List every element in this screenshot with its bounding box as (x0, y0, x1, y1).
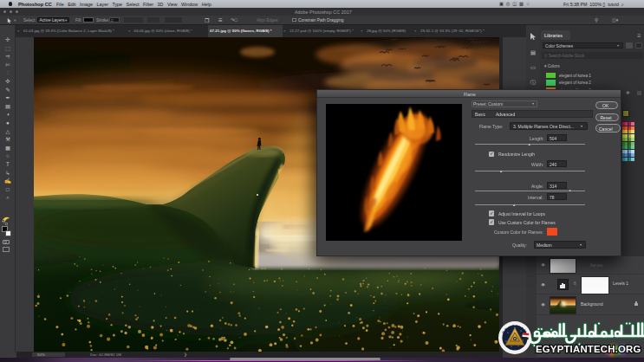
svg-text:EGYPTIANTECH.ORG: EGYPTIANTECH.ORG (536, 344, 641, 354)
